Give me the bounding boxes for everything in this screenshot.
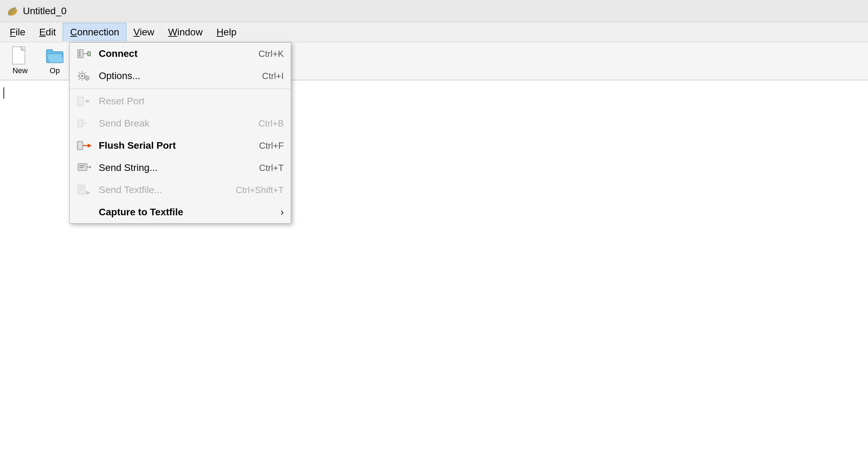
menu-item-send-break: Send Break Ctrl+B	[70, 112, 291, 135]
options-shortcut: Ctrl+I	[262, 71, 284, 81]
new-label: New	[12, 66, 28, 75]
svg-rect-12	[78, 120, 83, 127]
open-label: Op	[50, 66, 60, 75]
svg-rect-11	[78, 97, 83, 105]
menu-item-send-string[interactable]: Send String... Ctrl+T	[70, 157, 291, 179]
open-folder-icon	[46, 47, 64, 65]
flush-serial-label: Flush Serial Port	[99, 140, 252, 151]
send-textfile-shortcut: Ctrl+Shift+T	[236, 185, 284, 196]
menu-file[interactable]: File	[3, 23, 32, 41]
svg-rect-2	[79, 51, 80, 52]
send-break-icon	[77, 117, 92, 130]
svg-rect-20	[78, 185, 85, 194]
svg-marker-19	[90, 165, 91, 169]
svg-rect-6	[88, 52, 90, 56]
connection-dropdown: Connect Ctrl+K Options... Ctrl+I	[69, 42, 291, 224]
send-textfile-icon	[77, 184, 92, 196]
send-textfile-label: Send Textfile...	[99, 184, 229, 196]
title-bar: Untitled_0	[0, 0, 868, 22]
text-cursor	[3, 87, 4, 98]
menu-view[interactable]: View	[126, 23, 161, 41]
toolbar-open-button[interactable]: Op	[39, 44, 71, 78]
menu-item-options[interactable]: Options... Ctrl+I	[70, 65, 291, 87]
menu-bar: File Edit Connection View Window Help Co…	[0, 22, 868, 42]
svg-marker-24	[86, 191, 90, 195]
reset-port-icon	[77, 95, 92, 107]
new-file-icon	[11, 47, 29, 65]
menu-help[interactable]: Help	[210, 23, 244, 41]
app-icon	[6, 4, 19, 18]
connect-shortcut: Ctrl+K	[258, 49, 284, 59]
menu-edit[interactable]: Edit	[32, 23, 63, 41]
menu-item-connect[interactable]: Connect Ctrl+K	[70, 43, 291, 65]
menu-item-flush-serial[interactable]: Flush Serial Port Ctrl+F	[70, 135, 291, 157]
send-break-label: Send Break	[99, 118, 252, 129]
send-string-shortcut: Ctrl+T	[259, 163, 284, 173]
capture-textfile-label: Capture to Textfile	[99, 207, 270, 218]
svg-rect-3	[79, 53, 80, 54]
capture-icon	[77, 206, 92, 218]
svg-rect-4	[79, 55, 80, 57]
menu-item-send-textfile: Send Textfile... Ctrl+Shift+T	[70, 179, 291, 201]
send-string-label: Send String...	[99, 162, 252, 173]
send-string-icon	[77, 162, 92, 174]
svg-rect-14	[77, 141, 83, 150]
toolbar-new-button[interactable]: New	[4, 44, 36, 78]
flush-icon	[77, 139, 92, 152]
svg-marker-15	[88, 144, 92, 148]
send-break-shortcut: Ctrl+B	[258, 118, 284, 129]
submenu-arrow-icon: ›	[281, 207, 284, 218]
menu-item-capture-textfile[interactable]: Capture to Textfile ›	[70, 201, 291, 223]
options-menu-icon	[77, 70, 92, 82]
connect-label: Connect	[99, 48, 252, 59]
menu-item-reset-port: Reset Port	[70, 90, 291, 112]
svg-point-10	[86, 77, 88, 79]
svg-point-8	[81, 75, 83, 77]
flush-serial-shortcut: Ctrl+F	[259, 140, 284, 151]
menu-window[interactable]: Window	[161, 23, 210, 41]
menu-connection[interactable]: Connection	[63, 23, 126, 41]
separator-1	[70, 88, 291, 89]
options-label: Options...	[99, 70, 255, 81]
svg-point-0	[7, 6, 18, 17]
connect-icon	[77, 47, 92, 60]
reset-port-label: Reset Port	[99, 96, 277, 107]
window-title: Untitled_0	[23, 6, 67, 17]
